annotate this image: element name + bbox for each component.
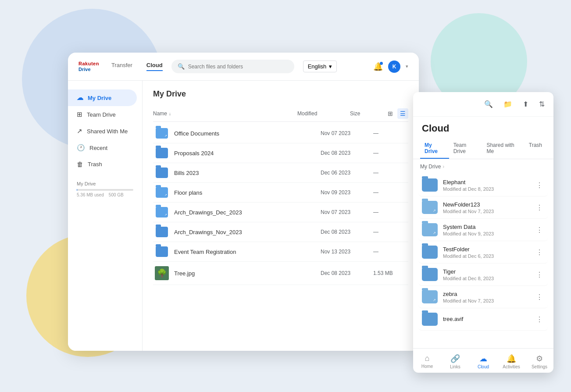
col-header-modified: Modified: [297, 110, 350, 117]
search-input[interactable]: [188, 64, 288, 70]
panel-file-info: System Data Modified at Nov 9, 2023: [438, 224, 534, 236]
language-label: English: [308, 63, 327, 70]
panel-file-date: Modified at Nov 7, 2023: [443, 209, 534, 214]
sidebar-label-team-drive: Team Drive: [87, 111, 116, 118]
upload-button[interactable]: ⬆: [521, 98, 530, 110]
list-item[interactable]: TestFolder Modified at Dec 6, 2023 ⋮: [418, 241, 548, 264]
list-item[interactable]: tree.avif ⋮: [418, 308, 548, 331]
chevron-down-icon[interactable]: ▾: [406, 64, 408, 69]
panel-tab-shared-with-me[interactable]: Shared with Me: [482, 139, 524, 159]
folder-icon: [156, 246, 168, 257]
nav-right: 🔔 K ▾: [373, 61, 408, 73]
table-row[interactable]: ↗ Arch_Drawings_Dec_2023 Nov 07 2023 —: [153, 203, 408, 222]
list-item[interactable]: Elephant Modified at Dec 8, 2023 ⋮: [418, 174, 548, 196]
page-title: My Drive: [153, 89, 408, 99]
file-size: —: [373, 130, 408, 136]
file-size: —: [373, 170, 408, 176]
list-item[interactable]: Tiger Modified at Dec 8, 2023 ⋮: [418, 264, 548, 286]
more-options-button[interactable]: ⋮: [534, 246, 545, 258]
panel-file-date: Modified at Dec 6, 2023: [443, 253, 534, 259]
more-options-button[interactable]: ⋮: [534, 224, 545, 236]
user-avatar[interactable]: K: [388, 61, 400, 73]
panel-tab-my-drive[interactable]: My Drive: [420, 139, 449, 159]
new-folder-button[interactable]: 📁: [502, 98, 514, 110]
panel-file-date: Modified at Dec 8, 2023: [443, 276, 534, 281]
sidebar-item-trash[interactable]: 🗑 Trash: [68, 156, 137, 172]
list-item[interactable]: ↗ System Data Modified at Nov 9, 2023 ⋮: [418, 219, 548, 241]
tab-cloud[interactable]: Cloud: [146, 62, 163, 71]
panel-file-name: Tiger: [443, 268, 534, 275]
sort-icon[interactable]: ↓: [169, 111, 171, 116]
bottom-nav-cloud[interactable]: ☁ Cloud: [469, 352, 497, 371]
sidebar-item-recent[interactable]: 🕐 Recent: [68, 139, 137, 156]
panel-tabs: My Drive Team Drive Shared with Me Trash: [413, 134, 553, 159]
list-view-button[interactable]: ☰: [397, 108, 408, 119]
sidebar-item-my-drive[interactable]: ☁ My Drive: [68, 89, 137, 106]
sort-button[interactable]: ⇅: [537, 98, 546, 110]
file-size: —: [373, 209, 408, 215]
more-options-button[interactable]: ⋮: [534, 314, 545, 325]
file-modified: Nov 13 2023: [321, 249, 373, 255]
panel-folder-icon: [422, 313, 438, 326]
folder-shared-icon: ↗: [156, 187, 168, 198]
breadcrumb: My Drive ›: [413, 159, 553, 174]
tab-transfer[interactable]: Transfer: [111, 62, 132, 71]
panel-file-name: zebra: [443, 291, 534, 297]
file-icon-wrap: ↗: [153, 207, 171, 217]
search-button[interactable]: 🔍: [482, 98, 495, 110]
more-options-button[interactable]: ⋮: [534, 202, 545, 214]
storage-info: My Drive 5.36 MB used 500 GB: [77, 181, 133, 197]
more-options-button[interactable]: ⋮: [534, 291, 545, 303]
file-name: Tree.jpg: [171, 270, 321, 277]
table-row[interactable]: Bills 2023 Dec 06 2023 —: [153, 163, 408, 183]
folder-icon: [156, 167, 168, 178]
table-row[interactable]: Proposals 2024 Dec 08 2023 —: [153, 143, 408, 163]
panel-folder-icon: [422, 178, 438, 192]
panel-tab-team-drive[interactable]: Team Drive: [449, 139, 482, 159]
list-item[interactable]: ↗ NewFolder123 Modified at Nov 7, 2023 ⋮: [418, 196, 548, 219]
table-row[interactable]: ↗ Floor plans Nov 09 2023 —: [153, 183, 408, 203]
trash-icon: 🗑: [77, 160, 83, 168]
file-icon-wrap: ↗: [153, 187, 171, 198]
top-nav: Rakuten Drive Transfer Cloud 🔍 English ▾…: [68, 53, 419, 81]
nav-tabs: Transfer Cloud: [111, 62, 163, 71]
language-selector[interactable]: English ▾: [303, 61, 337, 72]
storage-usage: 5.36 MB used 500 GB: [77, 192, 133, 197]
list-item[interactable]: ↗ zebra Modified at Nov 7, 2023 ⋮: [418, 286, 548, 308]
folder-icon: [156, 148, 168, 158]
col-header-name: Name ↓: [153, 110, 297, 117]
sidebar-item-team-drive[interactable]: ⊞ Team Drive: [68, 106, 137, 123]
panel-toolbar: 🔍 📁 ⬆ ⇅: [413, 92, 553, 117]
table-row[interactable]: Event Team Registration Nov 13 2023 —: [153, 242, 408, 262]
file-size: 1.53 MB: [373, 270, 408, 276]
more-options-button[interactable]: ⋮: [534, 179, 545, 191]
grid-view-button[interactable]: ⊞: [385, 108, 396, 119]
panel-file-date: Modified at Nov 9, 2023: [443, 231, 534, 236]
sidebar-item-shared-with-me[interactable]: ↗ Shared With Me: [68, 123, 137, 139]
home-icon: ⌂: [425, 354, 430, 363]
file-modified: Dec 08 2023: [321, 270, 373, 276]
settings-icon: ⚙: [536, 354, 543, 363]
bottom-nav-settings[interactable]: ⚙ Settings: [525, 352, 553, 371]
more-options-button[interactable]: ⋮: [534, 269, 545, 281]
bottom-nav-home[interactable]: ⌂ Home: [413, 352, 441, 371]
bottom-nav-activities[interactable]: 🔔 Activities: [497, 352, 525, 371]
logo-drive: Drive: [79, 67, 99, 72]
sidebar-label-shared: Shared With Me: [87, 128, 128, 135]
panel-file-name: tree.avif: [443, 316, 534, 322]
file-modified: Nov 09 2023: [321, 189, 373, 196]
notifications-button[interactable]: 🔔: [373, 62, 383, 71]
breadcrumb-my-drive[interactable]: My Drive: [420, 164, 441, 170]
file-icon-wrap: [153, 167, 171, 178]
table-row[interactable]: 🌳 Tree.jpg Dec 08 2023 1.53 MB: [153, 262, 408, 285]
shared-icon: ↗: [77, 127, 82, 135]
sidebar: ☁ My Drive ⊞ Team Drive ↗ Shared With Me…: [68, 81, 143, 351]
table-row[interactable]: ↗ Office Documents Nov 07 2023 —: [153, 124, 408, 143]
folder-icon: [156, 227, 168, 237]
file-name: Floor plans: [171, 189, 321, 196]
table-row[interactable]: Arch_Drawings_Nov_2023 Dec 08 2023 —: [153, 222, 408, 242]
panel-file-info: tree.avif: [438, 316, 534, 323]
panel-tab-trash[interactable]: Trash: [525, 139, 546, 159]
bottom-nav-links[interactable]: 🔗 Links: [441, 352, 469, 371]
share-overlay-icon: ↗: [432, 208, 437, 213]
